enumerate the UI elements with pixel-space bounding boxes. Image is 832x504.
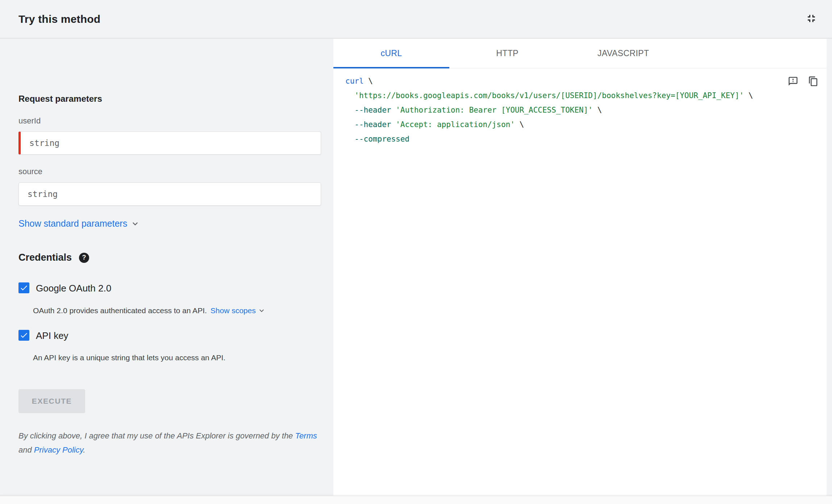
code-line: curl \ — [345, 74, 812, 88]
code-panel: cURL HTTP JAVASCRIPT curl \ 'https://boo… — [333, 39, 827, 496]
code-actions — [787, 76, 819, 88]
param-label-source: source — [18, 167, 42, 176]
code-line: --header 'Accept: application/json' \ — [345, 117, 812, 132]
oauth-checkbox[interactable] — [18, 282, 29, 293]
api-key-description-text: An API key is a unique string that lets … — [33, 353, 225, 362]
disclaimer-mid: and — [18, 445, 34, 454]
disclaimer-post: . — [83, 445, 85, 454]
feedback-icon — [788, 76, 798, 88]
disclaimer-text: By clicking above, I agree that my use o… — [18, 429, 325, 457]
execute-button[interactable]: EXECUTE — [18, 389, 85, 413]
userid-input[interactable] — [18, 131, 321, 155]
api-key-checkbox-label: API key — [36, 330, 68, 341]
code-line: --compressed — [345, 132, 812, 146]
oauth-description: OAuth 2.0 provides authenticated access … — [33, 306, 266, 315]
code-sample: curl \ 'https://books.googleapis.com/boo… — [333, 68, 827, 146]
copy-code-button[interactable] — [807, 76, 819, 88]
tab-javascript[interactable]: JAVASCRIPT — [565, 39, 681, 68]
request-parameters-title: Request parameters — [18, 94, 102, 104]
feedback-button[interactable] — [787, 76, 799, 88]
check-icon — [20, 284, 28, 292]
check-icon — [20, 331, 28, 340]
privacy-policy-link[interactable]: Privacy Policy — [34, 445, 83, 454]
footer-strip — [0, 496, 832, 504]
page-title: Try this method — [18, 13, 100, 25]
code-line: --header 'Authorization: Bearer [YOUR_AC… — [345, 103, 812, 117]
show-scopes-link[interactable]: Show scopes — [211, 306, 266, 315]
dialog-header: Try this method — [0, 0, 832, 38]
api-key-checkbox[interactable] — [18, 330, 29, 341]
chevron-down-icon — [130, 219, 140, 229]
help-icon[interactable]: ? — [79, 253, 89, 263]
chevron-down-icon — [257, 306, 266, 315]
show-scopes-label: Show scopes — [211, 306, 256, 315]
source-input[interactable] — [18, 182, 321, 206]
oauth-checkbox-label: Google OAuth 2.0 — [36, 283, 111, 294]
api-key-description: An API key is a unique string that lets … — [33, 353, 225, 362]
collapse-button[interactable] — [803, 11, 820, 28]
show-standard-parameters-label: Show standard parameters — [18, 218, 127, 229]
apis-explorer-try-method-dialog: { "header": { "title": "Try this method"… — [0, 0, 832, 504]
show-standard-parameters-link[interactable]: Show standard parameters — [18, 218, 140, 229]
tab-curl[interactable]: cURL — [333, 39, 449, 68]
code-line: 'https://books.googleapis.com/books/v1/u… — [345, 88, 812, 103]
tab-http[interactable]: HTTP — [449, 39, 565, 68]
param-label-userid: userId — [18, 116, 41, 126]
disclaimer-pre: By clicking above, I agree that my use o… — [18, 431, 295, 440]
request-panel: Request parameters userId source Show st… — [0, 39, 333, 496]
code-tabbar: cURL HTTP JAVASCRIPT — [333, 39, 827, 68]
copy-icon — [808, 76, 819, 88]
oauth-description-text: OAuth 2.0 provides authenticated access … — [33, 306, 207, 315]
credentials-title: Credentials ? — [18, 252, 89, 263]
exit-fullscreen-icon — [805, 12, 818, 26]
terms-link[interactable]: Terms — [295, 431, 317, 440]
credentials-title-label: Credentials — [18, 252, 72, 263]
